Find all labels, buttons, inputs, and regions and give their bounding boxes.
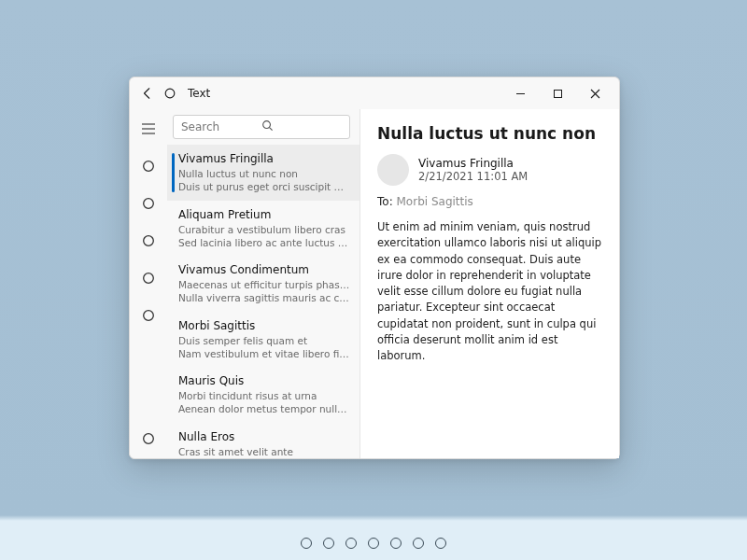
svg-point-0 — [165, 89, 175, 98]
svg-point-5 — [144, 273, 154, 284]
svg-point-6 — [144, 311, 154, 321]
message-from: Mauris Quis — [178, 373, 350, 388]
nav-item-3[interactable] — [130, 227, 167, 255]
svg-point-7 — [144, 434, 154, 444]
message-preview: Aenean dolor metus tempor nulla ac dapib… — [178, 402, 350, 415]
svg-point-2 — [144, 161, 154, 172]
search-placeholder: Search — [181, 120, 261, 133]
sender-name: Vivamus Fringilla — [418, 157, 528, 170]
svg-point-3 — [144, 199, 154, 209]
nav-item-2[interactable] — [130, 189, 167, 217]
app-icon — [163, 87, 176, 100]
minimize-button[interactable] — [501, 80, 539, 106]
message-subject: Maecenas ut efficitur turpis phasellus — [178, 278, 350, 291]
message-subject: Curabitur a vestibulum libero cras — [178, 223, 350, 236]
nav-item-5[interactable] — [130, 301, 167, 329]
window-title: Text — [188, 87, 210, 100]
message-subject: Nulla luctus ut nunc non — [178, 167, 350, 180]
message-body: Ut enim ad minim veniam, quis nostrud ex… — [377, 219, 602, 364]
message-from: Vivamus Fringilla — [178, 151, 350, 166]
message-from: Vivamus Condimentum — [178, 262, 350, 277]
titlebar: Text — [130, 77, 619, 109]
search-icon — [261, 119, 342, 134]
page-dot[interactable] — [323, 538, 334, 549]
message-subject: Morbi tincidunt risus at urna — [178, 389, 350, 402]
hamburger-button[interactable] — [130, 115, 167, 143]
back-button[interactable] — [141, 87, 154, 100]
sent-date: 2/21/2021 11:01 AM — [418, 170, 528, 183]
message-item[interactable]: Vivamus CondimentumMaecenas ut efficitur… — [167, 256, 359, 312]
message-item[interactable]: Aliquam PretiumCurabitur a vestibulum li… — [167, 201, 359, 257]
page-dot[interactable] — [301, 538, 312, 549]
message-title: Nulla luctus ut nunc non — [377, 124, 602, 143]
detail-pane: Nulla luctus ut nunc non Vivamus Fringil… — [359, 109, 619, 458]
message-preview: Nulla viverra sagittis mauris ac convall… — [178, 291, 350, 304]
message-list-pane: Search Vivamus FringillaNulla luctus ut … — [167, 109, 359, 458]
message-preview: Nam vestibulum et vitae libero finibus e… — [178, 347, 350, 360]
message-item[interactable]: Nulla ErosCras sit amet velit anteEtiam … — [167, 423, 359, 458]
app-window: Text Search — [129, 77, 620, 459]
message-preview: Duis ut purus eget orci suscipit malesua… — [178, 180, 350, 193]
message-from: Nulla Eros — [178, 429, 350, 444]
page-indicator — [0, 538, 747, 549]
svg-point-4 — [144, 236, 154, 246]
svg-point-8 — [263, 121, 271, 129]
message-subject: Duis semper felis quam et — [178, 334, 350, 347]
to-value: Morbi Sagittis — [397, 195, 473, 208]
maximize-button[interactable] — [539, 80, 576, 106]
message-item[interactable]: Vivamus FringillaNulla luctus ut nunc no… — [167, 145, 359, 201]
to-label: To: — [377, 195, 393, 208]
nav-rail — [130, 109, 167, 458]
svg-rect-1 — [554, 90, 561, 97]
search-input[interactable]: Search — [173, 115, 350, 139]
nav-item-footer[interactable] — [130, 425, 167, 453]
nav-item-1[interactable] — [130, 152, 167, 180]
message-list: Vivamus FringillaNulla luctus ut nunc no… — [167, 145, 359, 458]
avatar — [377, 154, 409, 186]
message-from: Aliquam Pretium — [178, 207, 350, 222]
message-item[interactable]: Mauris QuisMorbi tincidunt risus at urna… — [167, 367, 359, 423]
nav-item-4[interactable] — [130, 264, 167, 292]
message-subject: Cras sit amet velit ante — [178, 445, 350, 458]
recipient-line: To: Morbi Sagittis — [377, 195, 602, 208]
page-dot[interactable] — [345, 538, 357, 549]
message-from: Morbi Sagittis — [178, 318, 350, 333]
page-dot[interactable] — [435, 538, 446, 549]
message-item[interactable]: Morbi SagittisDuis semper felis quam etN… — [167, 312, 359, 368]
page-dot[interactable] — [368, 538, 379, 549]
close-button[interactable] — [576, 80, 613, 106]
page-dot[interactable] — [390, 538, 402, 549]
page-dot[interactable] — [413, 538, 424, 549]
message-preview: Sed lacinia libero ac ante luctus nec in… — [178, 236, 350, 249]
